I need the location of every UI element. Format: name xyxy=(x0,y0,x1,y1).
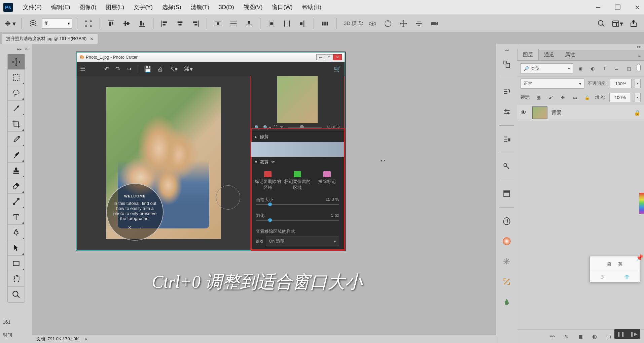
layer-fx-icon[interactable]: fx xyxy=(563,333,570,340)
adjustment-layer-icon[interactable]: ◐ xyxy=(591,333,598,340)
droplet-icon[interactable] xyxy=(499,294,514,309)
filter-type-icon[interactable]: T xyxy=(600,64,609,73)
pc-mark-remove[interactable]: 标记要删除的区域 xyxy=(254,171,281,191)
pc-redo2-icon[interactable]: ↪ xyxy=(127,65,132,73)
close-button[interactable]: ✕ xyxy=(634,4,641,11)
pc-section-crop[interactable]: ▾ 裁剪 👁 xyxy=(251,157,344,167)
opacity-value[interactable]: 100% xyxy=(610,79,632,88)
type-tool[interactable] xyxy=(8,209,25,225)
welcome-next-icon[interactable]: → xyxy=(138,225,142,230)
menu-filter[interactable]: 滤镜(T) xyxy=(191,3,210,11)
brush-tool[interactable] xyxy=(8,147,25,163)
welcome-close-icon[interactable]: ✕ xyxy=(128,225,132,230)
menu-window[interactable]: 窗口(W) xyxy=(272,3,292,11)
opacity-dropdown-icon[interactable]: ▾ xyxy=(635,79,641,88)
filter-smart-icon[interactable]: ◫ xyxy=(624,64,633,73)
adjustments-panel-icon[interactable] xyxy=(499,104,514,119)
eraser-tool[interactable] xyxy=(8,178,25,194)
measure-icon[interactable] xyxy=(499,274,514,289)
layer-row[interactable]: 👁 背景 🔒 xyxy=(517,104,644,121)
tab-properties[interactable]: 属性 xyxy=(560,49,580,60)
filter-adjust-icon[interactable]: ◐ xyxy=(588,64,597,73)
color-sampler-strip[interactable] xyxy=(639,193,644,214)
share-icon[interactable] xyxy=(627,17,640,30)
3d-camera-icon[interactable] xyxy=(428,17,441,30)
layer-filter-kind[interactable]: 🔎 类型▾ xyxy=(521,63,573,73)
maximize-button[interactable]: ❐ xyxy=(614,4,621,11)
path-select-tool[interactable] xyxy=(8,240,25,256)
menu-edit[interactable]: 编辑(E) xyxy=(51,3,70,11)
pause-icon[interactable]: ❚❚ xyxy=(617,331,625,337)
align-left-icon[interactable] xyxy=(158,17,171,30)
pc-save-icon[interactable]: 💾 xyxy=(144,65,151,73)
distribute-right-icon[interactable] xyxy=(296,17,309,30)
3d-pan-icon[interactable] xyxy=(397,17,410,30)
pc-minimize-icon[interactable]: — xyxy=(316,54,325,60)
menu-3d[interactable]: 3D(D) xyxy=(219,4,234,11)
color-wheel-icon[interactable] xyxy=(499,234,514,249)
pc-view-dropdown[interactable]: On 透明▾ xyxy=(266,237,339,246)
document-tab[interactable]: 提升照片清晰度素材.jpg @ 161%(RGB/8) ✕ xyxy=(2,34,98,44)
canvas-viewport[interactable]: 🎨Photo_1.jpg - Photo Cutter — □ ✕ ☰ ↶ ↷ … xyxy=(32,44,496,334)
pc-feather-slider[interactable] xyxy=(256,220,339,221)
lasso-tool[interactable] xyxy=(8,85,25,101)
distribute-bottom-icon[interactable] xyxy=(243,17,255,30)
link-layers-icon[interactable]: ⚯ xyxy=(548,333,556,340)
filter-toggle-icon[interactable] xyxy=(637,64,641,71)
tab-channels[interactable]: 通道 xyxy=(539,49,560,60)
pc-erase-mark[interactable]: 擦除标记 xyxy=(314,171,341,191)
search-icon[interactable] xyxy=(595,17,608,30)
lock-pixels-icon[interactable]: ▦ xyxy=(535,93,543,101)
distribute-vcenter-icon[interactable] xyxy=(227,17,240,30)
zoom-tool[interactable] xyxy=(8,287,25,302)
3d-orbit-icon[interactable] xyxy=(366,17,379,30)
menu-view[interactable]: 视图(V) xyxy=(244,3,263,11)
layer-thumbnail[interactable] xyxy=(532,106,547,119)
ime-shirt-icon[interactable]: 👕 xyxy=(624,275,630,280)
menu-help[interactable]: 帮助(H) xyxy=(302,3,322,11)
distribute-top-icon[interactable] xyxy=(212,17,224,30)
menu-file[interactable]: 文件(F) xyxy=(23,3,42,11)
move-tool[interactable] xyxy=(8,54,25,70)
tab-layers[interactable]: 图层 xyxy=(517,49,539,60)
auto-select-icon[interactable] xyxy=(27,17,39,30)
clone-panel-icon[interactable] xyxy=(499,132,514,147)
auto-select-type[interactable]: 组▾ xyxy=(42,19,72,29)
stamp-tool[interactable] xyxy=(8,163,25,178)
pc-redo-icon[interactable]: ↷ xyxy=(115,65,120,73)
rectangle-tool[interactable] xyxy=(8,256,25,271)
align-hcenter-icon[interactable] xyxy=(174,17,186,30)
tools-collapse[interactable]: ▸▸✕ xyxy=(2,46,30,52)
align-top-icon[interactable] xyxy=(105,17,117,30)
tools-preset-icon[interactable] xyxy=(499,159,514,174)
3d-slide-icon[interactable] xyxy=(413,17,425,30)
layer-mask-icon[interactable]: ◼ xyxy=(577,333,584,340)
eyedropper-tool[interactable] xyxy=(8,132,25,147)
pc-export-icon[interactable]: ⇱▾ xyxy=(170,65,178,73)
lock-artboard-icon[interactable]: ▭ xyxy=(571,93,579,101)
pc-fit-icon[interactable]: ⛶ xyxy=(273,125,278,130)
lock-all-icon[interactable]: 🔒 xyxy=(583,93,591,101)
pc-brush-slider[interactable] xyxy=(256,204,339,205)
move-tool-icon[interactable]: ✥ ▾ xyxy=(4,17,17,30)
pc-print-icon[interactable]: 🖨 xyxy=(157,66,164,73)
ime-pin-icon[interactable]: 📌 xyxy=(636,254,642,260)
gradient-tool[interactable] xyxy=(8,194,25,209)
pc-section-repair[interactable]: ▸ 修剪 xyxy=(251,132,344,142)
brush-panel-icon[interactable] xyxy=(499,84,514,99)
align-right-icon[interactable] xyxy=(189,17,202,30)
pc-zoomout-icon[interactable]: 🔍- xyxy=(254,125,261,130)
menu-type[interactable]: 文字(Y) xyxy=(134,3,153,11)
distribute-spacing-icon[interactable] xyxy=(319,17,331,30)
filter-pixel-icon[interactable]: ▣ xyxy=(576,64,585,73)
lock-brush-icon[interactable]: 🖌 xyxy=(547,93,555,101)
menu-select[interactable]: 选择(S) xyxy=(162,3,181,11)
marquee-tool[interactable] xyxy=(8,70,25,85)
pen-tool[interactable] xyxy=(8,225,25,240)
pc-close-icon[interactable]: ✕ xyxy=(333,54,342,60)
pc-zoom-slider[interactable] xyxy=(288,127,322,128)
layer-visibility-icon[interactable]: 👁 xyxy=(521,109,528,117)
align-bottom-icon[interactable] xyxy=(136,17,148,30)
layer-lock-icon[interactable]: 🔒 xyxy=(634,110,641,116)
pc-mark-keep[interactable]: 标记要保留的区域 xyxy=(284,171,311,191)
